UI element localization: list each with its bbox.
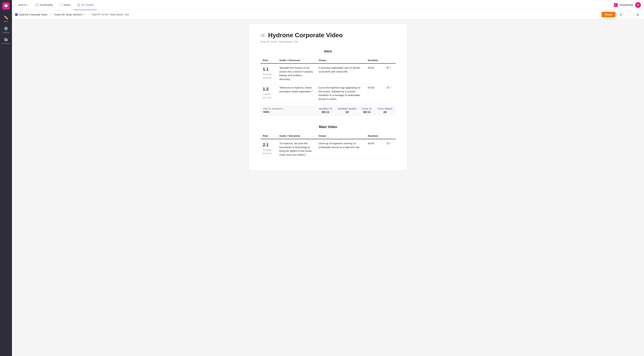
section-spacer bbox=[260, 121, 396, 125]
segment-left: END OF SEGMENT 1 Intro bbox=[264, 108, 319, 113]
row-audio-text: "At Hydrone, we push the boundaries of t… bbox=[279, 142, 312, 156]
sidebar-item-write[interactable]: ✏️ Write bbox=[0, 13, 12, 24]
script-document: v1 Hydrone Corporate Video Total RT 01:4… bbox=[249, 24, 407, 171]
row-visual-text: Close-up of engineers working on underwa… bbox=[318, 142, 360, 149]
row-number: 1.1 bbox=[263, 66, 274, 72]
project-name: Hydrone Corporate Video bbox=[19, 13, 47, 16]
section-heading-main-video: Main Video bbox=[260, 125, 396, 129]
row-number: 1.2 bbox=[263, 86, 274, 92]
row-audio-cell: "Welcome to Hydrone, where innovation me… bbox=[277, 83, 316, 103]
row-words: 7 words bbox=[263, 93, 274, 96]
screenplay-icon: 📝 bbox=[35, 3, 38, 6]
doc-title-area: v1 Hydrone Corporate Video bbox=[260, 32, 396, 39]
segment-words-label: SEGMENT WORDS bbox=[338, 108, 356, 110]
grid-view-button[interactable]: ⊞ bbox=[635, 11, 641, 18]
row-visual-text: A stunning underwater shot of vibrant co… bbox=[318, 66, 360, 73]
breadcrumb-tab[interactable]: How to... bbox=[15, 0, 32, 10]
subnav-divider: | bbox=[50, 13, 50, 16]
row-visual-text: Cut to the Hydrone logo appearing on the… bbox=[318, 86, 360, 100]
section-heading-intro: Intro bbox=[260, 49, 396, 53]
attachment-icon: 🖼 bbox=[386, 86, 389, 89]
sidebar-item-settings-label: Settings bbox=[2, 31, 10, 33]
tab-notes-label: Notes bbox=[64, 3, 71, 6]
grid-icon: ⊞ bbox=[637, 13, 639, 16]
tab-notes[interactable]: 📄 Notes bbox=[56, 0, 74, 10]
table-row: 1.2 7 words 00:11 RT "Welcome to Hydrone… bbox=[260, 83, 396, 103]
sidebar-item-settings[interactable]: ⚙️ Settings bbox=[0, 24, 12, 35]
col-header-duration: Duration bbox=[366, 57, 384, 63]
row-icon-area: 🖼 0 bbox=[386, 86, 393, 89]
attachment-icon: 🖼 bbox=[386, 66, 389, 69]
segment-end-label: END OF SEGMENT 1 bbox=[264, 108, 319, 110]
studiobinder-logo: S bbox=[614, 3, 618, 7]
more-options-button[interactable]: ··· bbox=[626, 11, 632, 18]
subnav-divider-2: | bbox=[88, 13, 89, 16]
sidebar-item-write-label: Write bbox=[4, 20, 8, 22]
notes-icon: 📄 bbox=[59, 3, 62, 6]
total-words-stat: TOTAL WORDS 22 bbox=[378, 108, 393, 114]
version-label: Active AV Script Versions bbox=[54, 13, 82, 16]
project-label: Hydrone Corporate Video bbox=[15, 13, 47, 16]
segment-rt-label: SEGMENT RT bbox=[319, 108, 332, 110]
table-row: 1.1 15 words 00:06 RT "Beneath the surfa… bbox=[260, 63, 396, 83]
row-duration-cell: 00:00 bbox=[366, 63, 384, 83]
row-duration: 00:00 bbox=[368, 86, 374, 89]
export-icon: ⬆ bbox=[620, 13, 622, 16]
user-profile[interactable]: S StudioBinder U bbox=[612, 2, 641, 8]
main-area: How to... 📝 Screenplay 📄 Notes 📋 AV Scri… bbox=[12, 0, 644, 356]
export-button[interactable]: ⬆ bbox=[618, 11, 624, 18]
version-dropdown[interactable]: Active AV Script Versions ▾ bbox=[53, 12, 86, 17]
row-audio-cell: "At Hydrone, we push the boundaries of t… bbox=[277, 139, 316, 159]
tab-screenplay-label: Screenplay bbox=[39, 3, 53, 6]
row-audio-cell: "Beneath the surface of our oceans lies … bbox=[277, 63, 316, 83]
tab-screenplay[interactable]: 📝 Screenplay bbox=[32, 0, 56, 10]
row-duration: 00:00 bbox=[368, 66, 374, 69]
total-rt-label: TOTAL RT bbox=[362, 108, 372, 110]
row-audio-text: "Welcome to Hydrone, where innovation me… bbox=[279, 86, 313, 93]
sidebar-item-resources-label: Resources bbox=[1, 42, 10, 44]
write-icon: ✏️ bbox=[4, 15, 8, 20]
resources-icon: 📚 bbox=[4, 37, 8, 42]
stats-text: Total RT 01:45 • Total Words: 234 bbox=[92, 13, 129, 16]
sidebar: 💬 ✏️ Write ⚙️ Settings 📚 Resources bbox=[0, 0, 12, 356]
row-icon-area: 🖼 0 bbox=[386, 142, 393, 145]
breadcrumb-text: How to... bbox=[18, 3, 29, 6]
total-words-value: 22 bbox=[378, 110, 393, 114]
row-words: 19 words bbox=[263, 148, 275, 152]
row-number-cell: 1.2 7 words 00:11 RT bbox=[260, 83, 277, 103]
total-words-label: TOTAL WORDS bbox=[378, 108, 393, 110]
row-duration-cell: 00:00 bbox=[366, 83, 384, 103]
tab-av-scripts[interactable]: 📋 AV Scripts bbox=[74, 0, 97, 10]
row-icon-cell: 🖼 0 bbox=[384, 63, 396, 83]
row-icon-area: 🖼 0 bbox=[386, 66, 393, 69]
av-scripts-icon: 📋 bbox=[77, 3, 80, 6]
table-header-row-2: Row Audio / Voiceover Visual Duration bbox=[260, 133, 396, 139]
row-icon-count: 0 bbox=[390, 142, 391, 145]
chevron-down-icon: ▾ bbox=[83, 13, 84, 16]
doc-stats: Total RT 01:45 • Total Words: 234 bbox=[260, 40, 396, 43]
col-header-visual: Visual bbox=[316, 57, 366, 63]
table-header-row: Row Audio / Voiceover Visual Duration bbox=[260, 57, 396, 63]
row-icon-count: 0 bbox=[390, 86, 391, 89]
tab-av-scripts-label: AV Scripts bbox=[81, 3, 94, 6]
row-icon-count: 0 bbox=[390, 66, 391, 69]
share-button[interactable]: Share bbox=[602, 12, 616, 17]
row-icon-cell: 🖼 0 bbox=[384, 139, 396, 159]
segment-words-value: 22 bbox=[338, 110, 356, 114]
row-number-cell: 2.1 19 words 00:18 RT bbox=[260, 139, 277, 159]
col-header-icon bbox=[384, 57, 396, 63]
row-number-cell: 1.1 15 words 00:06 RT bbox=[260, 63, 277, 83]
segment-words-stat: SEGMENT WORDS 22 bbox=[338, 108, 356, 114]
studio-name: StudioBinder bbox=[619, 3, 634, 6]
segment-rt-value: 00:11 bbox=[319, 110, 332, 114]
version-badge: v1 bbox=[260, 33, 266, 37]
app-logo[interactable]: 💬 bbox=[2, 2, 10, 10]
topnav-more-button[interactable]: ··· bbox=[605, 1, 612, 9]
sidebar-item-resources[interactable]: 📚 Resources bbox=[0, 35, 12, 46]
segment-rt-stat: SEGMENT RT 00:11 bbox=[319, 108, 332, 114]
row-duration: 00:00 bbox=[368, 142, 374, 145]
table-row: 2.1 19 words 00:18 RT "At Hydrone, we pu… bbox=[260, 139, 396, 159]
row-visual-cell: Cut to the Hydrone logo appearing on the… bbox=[316, 83, 366, 103]
row-visual-cell: A stunning underwater shot of vibrant co… bbox=[316, 63, 366, 83]
row-icon-cell: 🖼 0 bbox=[384, 83, 396, 103]
